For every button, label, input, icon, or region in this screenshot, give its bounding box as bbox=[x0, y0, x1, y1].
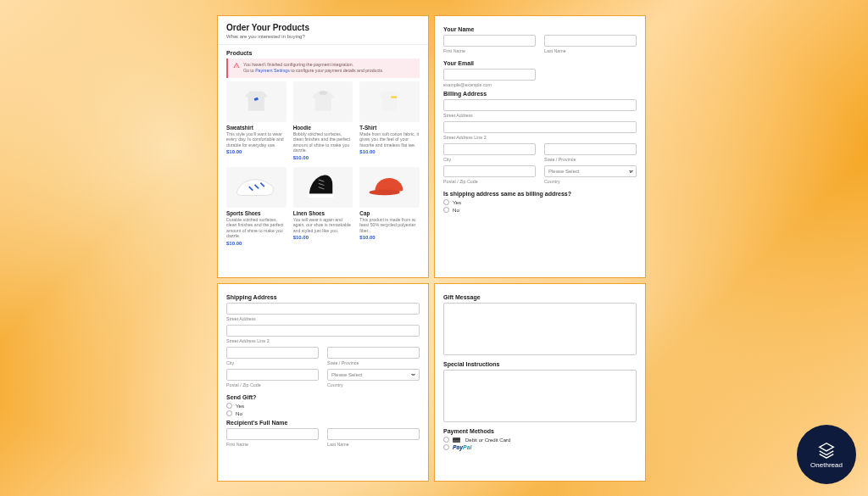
shipping-state-input[interactable] bbox=[327, 347, 420, 359]
product-name: Linen Shoes bbox=[293, 210, 353, 216]
cap-icon bbox=[359, 167, 420, 208]
billing-country-helper: Country bbox=[544, 179, 637, 184]
recipient-first-helper: First Name bbox=[226, 442, 319, 447]
gift-message-label: Gift Message bbox=[443, 294, 637, 300]
pay-paypal-option[interactable]: PayPal bbox=[443, 444, 637, 450]
email-input[interactable] bbox=[443, 69, 536, 81]
linen-shoe-icon bbox=[293, 167, 353, 208]
pay-debit-option[interactable]: Debit or Credit Card bbox=[443, 437, 637, 443]
billing-street-helper: Street Address bbox=[443, 113, 637, 118]
shipping-postal-input[interactable] bbox=[226, 369, 319, 381]
radio-icon bbox=[226, 403, 232, 409]
product-price: $10.00 bbox=[293, 155, 353, 160]
product-price: $10.00 bbox=[226, 241, 287, 246]
first-name-input[interactable] bbox=[443, 35, 536, 47]
svg-rect-6 bbox=[453, 438, 460, 439]
product-price: $10.00 bbox=[359, 149, 420, 154]
recipient-first-input[interactable] bbox=[226, 428, 319, 440]
svg-point-1 bbox=[319, 92, 326, 96]
recipient-name-label: Recipient's Full Name bbox=[226, 420, 420, 426]
shipping-street-helper: Street Address bbox=[226, 316, 420, 321]
radio-icon bbox=[443, 444, 449, 450]
radio-icon bbox=[443, 437, 449, 443]
same-no-label: No bbox=[453, 207, 459, 213]
payment-settings-link[interactable]: Payment Settings bbox=[255, 68, 290, 73]
product-desc: Durable stitched surfaces, clean finishe… bbox=[226, 217, 287, 239]
alert-line-1: You haven't finished configuring the pay… bbox=[243, 62, 384, 68]
special-instructions-label: Special Instructions bbox=[443, 361, 637, 367]
products-card: Order Your Products What are you interes… bbox=[217, 15, 429, 278]
last-name-input[interactable] bbox=[544, 35, 637, 47]
your-email-label: Your Email bbox=[443, 60, 637, 66]
svg-rect-3 bbox=[308, 194, 333, 198]
product-price: $10.00 bbox=[293, 235, 353, 240]
product-card: Linen ShoesYou will wear it again and ag… bbox=[293, 167, 353, 246]
shipping-country-helper: Country bbox=[327, 382, 420, 387]
product-name: Cap bbox=[359, 210, 420, 216]
shipping-postal-helper: Postal / Zip Code bbox=[226, 382, 319, 387]
sport-shoe-icon bbox=[226, 167, 287, 208]
shipping-address-label: Shipping Address bbox=[226, 294, 420, 300]
billing-street2-helper: Street Address Line 2 bbox=[443, 135, 637, 140]
sweatshirt-icon bbox=[226, 81, 287, 122]
shipping-city-input[interactable] bbox=[226, 347, 319, 359]
svg-rect-5 bbox=[453, 437, 460, 443]
payment-methods-label: Payment Methods bbox=[443, 428, 637, 434]
gift-message-input[interactable] bbox=[443, 303, 637, 355]
products-label: Products bbox=[226, 50, 420, 56]
product-name: Sweatshirt bbox=[226, 125, 287, 131]
page-title: Order Your Products bbox=[226, 23, 420, 32]
product-card: SweatshirtThis style you'll want to wear… bbox=[226, 81, 287, 160]
pay-debit-label: Debit or Credit Card bbox=[465, 437, 510, 443]
same-yes-label: Yes bbox=[453, 199, 461, 205]
messages-payment-card: Gift Message Special Instructions Paymen… bbox=[434, 283, 646, 482]
billing-address-label: Billing Address bbox=[443, 91, 637, 97]
shipping-street-input[interactable] bbox=[226, 303, 420, 315]
first-name-helper: First Name bbox=[443, 48, 536, 53]
product-name: Sports Shoes bbox=[226, 210, 287, 216]
product-card: CapThis product is made from at least 50… bbox=[359, 167, 420, 246]
billing-city-helper: City bbox=[443, 157, 536, 162]
payment-alert: You haven't finished configuring the pay… bbox=[226, 59, 420, 78]
radio-icon bbox=[226, 410, 232, 416]
billing-postal-input[interactable] bbox=[443, 165, 536, 177]
divider bbox=[218, 44, 428, 45]
special-instructions-input[interactable] bbox=[443, 370, 637, 422]
gift-no-option[interactable]: No bbox=[226, 410, 420, 416]
warning-icon bbox=[233, 62, 240, 69]
billing-city-input[interactable] bbox=[443, 143, 536, 155]
shipping-country-select[interactable]: Please Select bbox=[327, 369, 420, 381]
shipping-street2-helper: Street Address Line 2 bbox=[226, 338, 420, 343]
same-no-option[interactable]: No bbox=[443, 207, 637, 213]
credit-card-icon bbox=[453, 437, 460, 443]
billing-street-input[interactable] bbox=[443, 99, 637, 111]
svg-rect-2 bbox=[392, 97, 398, 98]
your-name-label: Your Name bbox=[443, 26, 637, 32]
product-card: HoodieBubbly stitched surfaces, clean fi… bbox=[293, 81, 353, 160]
gift-yes-label: Yes bbox=[236, 403, 244, 409]
last-name-helper: Last Name bbox=[544, 48, 637, 53]
shipping-card: Shipping Address Street Address Street A… bbox=[217, 283, 429, 482]
billing-postal-helper: Postal / Zip Code bbox=[443, 179, 536, 184]
product-grid: SweatshirtThis style you'll want to wear… bbox=[226, 81, 420, 246]
shipping-city-helper: City bbox=[226, 360, 319, 365]
product-desc: This style you'll want to wear every day… bbox=[226, 131, 287, 148]
svg-point-4 bbox=[370, 190, 400, 196]
tshirt-icon bbox=[359, 81, 420, 122]
customer-info-card: Your Name First Name Last Name Your Emai… bbox=[434, 15, 646, 278]
shipping-state-helper: State / Province bbox=[327, 360, 420, 365]
product-desc: Bubbly stitched surfaces, clean finishes… bbox=[293, 131, 353, 153]
same-address-label: Is shipping address same as billing addr… bbox=[443, 191, 637, 197]
same-yes-option[interactable]: Yes bbox=[443, 199, 637, 205]
billing-state-input[interactable] bbox=[544, 143, 637, 155]
billing-street2-input[interactable] bbox=[443, 121, 637, 133]
email-helper: example@example.com bbox=[443, 82, 536, 87]
product-price: $10.00 bbox=[359, 235, 420, 240]
gift-no-label: No bbox=[236, 410, 242, 416]
recipient-last-input[interactable] bbox=[327, 428, 420, 440]
radio-icon bbox=[443, 199, 449, 205]
gift-yes-option[interactable]: Yes bbox=[226, 403, 420, 409]
shipping-street2-input[interactable] bbox=[226, 325, 420, 337]
billing-country-select[interactable]: Please Select bbox=[544, 165, 637, 177]
onethread-icon bbox=[817, 441, 836, 460]
